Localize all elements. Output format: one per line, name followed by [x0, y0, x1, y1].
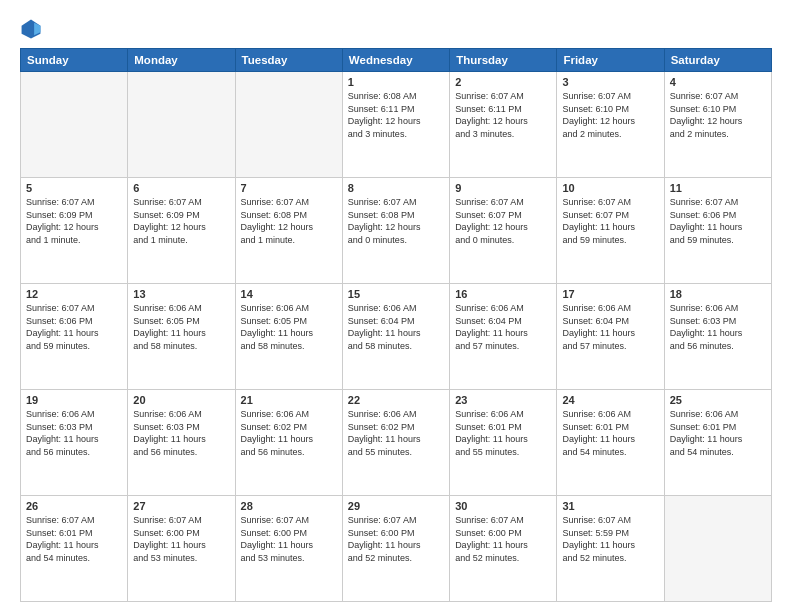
calendar-cell: 31Sunrise: 6:07 AM Sunset: 5:59 PM Dayli… — [557, 496, 664, 602]
calendar-cell: 29Sunrise: 6:07 AM Sunset: 6:00 PM Dayli… — [342, 496, 449, 602]
day-number: 15 — [348, 288, 444, 300]
day-number: 3 — [562, 76, 658, 88]
day-info: Sunrise: 6:06 AM Sunset: 6:03 PM Dayligh… — [133, 408, 229, 458]
week-row-4: 26Sunrise: 6:07 AM Sunset: 6:01 PM Dayli… — [21, 496, 772, 602]
weekday-header-sunday: Sunday — [21, 49, 128, 72]
day-number: 4 — [670, 76, 766, 88]
day-number: 27 — [133, 500, 229, 512]
day-number: 10 — [562, 182, 658, 194]
day-info: Sunrise: 6:06 AM Sunset: 6:05 PM Dayligh… — [241, 302, 337, 352]
day-info: Sunrise: 6:08 AM Sunset: 6:11 PM Dayligh… — [348, 90, 444, 140]
weekday-header-saturday: Saturday — [664, 49, 771, 72]
calendar-cell — [128, 72, 235, 178]
weekday-header-monday: Monday — [128, 49, 235, 72]
day-info: Sunrise: 6:06 AM Sunset: 6:02 PM Dayligh… — [241, 408, 337, 458]
day-info: Sunrise: 6:06 AM Sunset: 6:03 PM Dayligh… — [670, 302, 766, 352]
day-number: 12 — [26, 288, 122, 300]
calendar-cell: 25Sunrise: 6:06 AM Sunset: 6:01 PM Dayli… — [664, 390, 771, 496]
day-number: 29 — [348, 500, 444, 512]
day-info: Sunrise: 6:06 AM Sunset: 6:05 PM Dayligh… — [133, 302, 229, 352]
calendar-cell: 9Sunrise: 6:07 AM Sunset: 6:07 PM Daylig… — [450, 178, 557, 284]
day-info: Sunrise: 6:07 AM Sunset: 6:11 PM Dayligh… — [455, 90, 551, 140]
day-info: Sunrise: 6:07 AM Sunset: 6:07 PM Dayligh… — [455, 196, 551, 246]
day-number: 14 — [241, 288, 337, 300]
day-info: Sunrise: 6:07 AM Sunset: 6:10 PM Dayligh… — [670, 90, 766, 140]
day-info: Sunrise: 6:06 AM Sunset: 6:01 PM Dayligh… — [455, 408, 551, 458]
day-info: Sunrise: 6:06 AM Sunset: 6:04 PM Dayligh… — [348, 302, 444, 352]
day-number: 16 — [455, 288, 551, 300]
day-info: Sunrise: 6:07 AM Sunset: 6:00 PM Dayligh… — [455, 514, 551, 564]
calendar-cell — [235, 72, 342, 178]
day-info: Sunrise: 6:07 AM Sunset: 5:59 PM Dayligh… — [562, 514, 658, 564]
header — [20, 18, 772, 40]
week-row-2: 12Sunrise: 6:07 AM Sunset: 6:06 PM Dayli… — [21, 284, 772, 390]
day-number: 11 — [670, 182, 766, 194]
day-number: 20 — [133, 394, 229, 406]
calendar-cell: 3Sunrise: 6:07 AM Sunset: 6:10 PM Daylig… — [557, 72, 664, 178]
day-number: 30 — [455, 500, 551, 512]
calendar-cell: 21Sunrise: 6:06 AM Sunset: 6:02 PM Dayli… — [235, 390, 342, 496]
day-info: Sunrise: 6:07 AM Sunset: 6:08 PM Dayligh… — [241, 196, 337, 246]
calendar-cell: 15Sunrise: 6:06 AM Sunset: 6:04 PM Dayli… — [342, 284, 449, 390]
weekday-header-row: SundayMondayTuesdayWednesdayThursdayFrid… — [21, 49, 772, 72]
calendar-cell: 27Sunrise: 6:07 AM Sunset: 6:00 PM Dayli… — [128, 496, 235, 602]
day-info: Sunrise: 6:07 AM Sunset: 6:09 PM Dayligh… — [26, 196, 122, 246]
day-info: Sunrise: 6:07 AM Sunset: 6:01 PM Dayligh… — [26, 514, 122, 564]
day-info: Sunrise: 6:07 AM Sunset: 6:06 PM Dayligh… — [26, 302, 122, 352]
calendar-cell: 30Sunrise: 6:07 AM Sunset: 6:00 PM Dayli… — [450, 496, 557, 602]
day-number: 5 — [26, 182, 122, 194]
week-row-3: 19Sunrise: 6:06 AM Sunset: 6:03 PM Dayli… — [21, 390, 772, 496]
day-number: 6 — [133, 182, 229, 194]
day-info: Sunrise: 6:07 AM Sunset: 6:08 PM Dayligh… — [348, 196, 444, 246]
day-info: Sunrise: 6:07 AM Sunset: 6:07 PM Dayligh… — [562, 196, 658, 246]
logo-icon — [20, 18, 42, 40]
day-number: 7 — [241, 182, 337, 194]
day-info: Sunrise: 6:07 AM Sunset: 6:10 PM Dayligh… — [562, 90, 658, 140]
day-number: 13 — [133, 288, 229, 300]
calendar-cell: 2Sunrise: 6:07 AM Sunset: 6:11 PM Daylig… — [450, 72, 557, 178]
calendar-cell: 11Sunrise: 6:07 AM Sunset: 6:06 PM Dayli… — [664, 178, 771, 284]
calendar-cell: 19Sunrise: 6:06 AM Sunset: 6:03 PM Dayli… — [21, 390, 128, 496]
day-number: 22 — [348, 394, 444, 406]
weekday-header-friday: Friday — [557, 49, 664, 72]
day-info: Sunrise: 6:06 AM Sunset: 6:04 PM Dayligh… — [562, 302, 658, 352]
day-number: 2 — [455, 76, 551, 88]
calendar-cell: 18Sunrise: 6:06 AM Sunset: 6:03 PM Dayli… — [664, 284, 771, 390]
calendar-cell: 8Sunrise: 6:07 AM Sunset: 6:08 PM Daylig… — [342, 178, 449, 284]
calendar-cell: 23Sunrise: 6:06 AM Sunset: 6:01 PM Dayli… — [450, 390, 557, 496]
weekday-header-thursday: Thursday — [450, 49, 557, 72]
calendar-table: SundayMondayTuesdayWednesdayThursdayFrid… — [20, 48, 772, 602]
week-row-1: 5Sunrise: 6:07 AM Sunset: 6:09 PM Daylig… — [21, 178, 772, 284]
calendar-cell: 1Sunrise: 6:08 AM Sunset: 6:11 PM Daylig… — [342, 72, 449, 178]
calendar-cell: 17Sunrise: 6:06 AM Sunset: 6:04 PM Dayli… — [557, 284, 664, 390]
calendar-cell: 4Sunrise: 6:07 AM Sunset: 6:10 PM Daylig… — [664, 72, 771, 178]
day-number: 18 — [670, 288, 766, 300]
day-info: Sunrise: 6:07 AM Sunset: 6:06 PM Dayligh… — [670, 196, 766, 246]
day-number: 24 — [562, 394, 658, 406]
calendar-cell — [21, 72, 128, 178]
day-number: 31 — [562, 500, 658, 512]
day-info: Sunrise: 6:06 AM Sunset: 6:04 PM Dayligh… — [455, 302, 551, 352]
day-info: Sunrise: 6:06 AM Sunset: 6:02 PM Dayligh… — [348, 408, 444, 458]
day-number: 9 — [455, 182, 551, 194]
calendar-cell — [664, 496, 771, 602]
calendar-cell: 5Sunrise: 6:07 AM Sunset: 6:09 PM Daylig… — [21, 178, 128, 284]
calendar-cell: 20Sunrise: 6:06 AM Sunset: 6:03 PM Dayli… — [128, 390, 235, 496]
day-number: 28 — [241, 500, 337, 512]
calendar-cell: 16Sunrise: 6:06 AM Sunset: 6:04 PM Dayli… — [450, 284, 557, 390]
day-number: 19 — [26, 394, 122, 406]
week-row-0: 1Sunrise: 6:08 AM Sunset: 6:11 PM Daylig… — [21, 72, 772, 178]
page: SundayMondayTuesdayWednesdayThursdayFrid… — [0, 0, 792, 612]
weekday-header-wednesday: Wednesday — [342, 49, 449, 72]
calendar-cell: 14Sunrise: 6:06 AM Sunset: 6:05 PM Dayli… — [235, 284, 342, 390]
calendar-cell: 24Sunrise: 6:06 AM Sunset: 6:01 PM Dayli… — [557, 390, 664, 496]
calendar-cell: 7Sunrise: 6:07 AM Sunset: 6:08 PM Daylig… — [235, 178, 342, 284]
day-number: 23 — [455, 394, 551, 406]
day-info: Sunrise: 6:06 AM Sunset: 6:01 PM Dayligh… — [562, 408, 658, 458]
day-info: Sunrise: 6:06 AM Sunset: 6:01 PM Dayligh… — [670, 408, 766, 458]
calendar-cell: 6Sunrise: 6:07 AM Sunset: 6:09 PM Daylig… — [128, 178, 235, 284]
day-number: 8 — [348, 182, 444, 194]
logo — [20, 18, 46, 40]
day-info: Sunrise: 6:07 AM Sunset: 6:00 PM Dayligh… — [133, 514, 229, 564]
day-number: 26 — [26, 500, 122, 512]
